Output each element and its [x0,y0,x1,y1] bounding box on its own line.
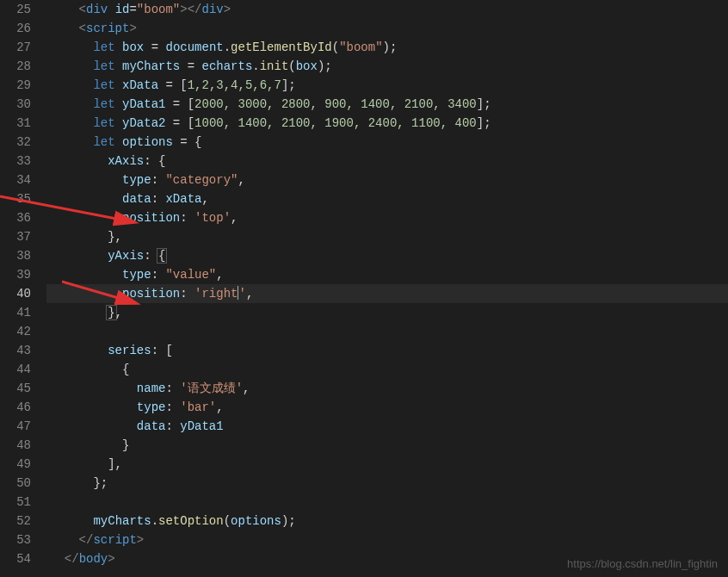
line-number: 25 [0,0,31,19]
line-number: 44 [0,360,31,379]
line-number: 51 [0,493,31,512]
code-line[interactable]: position: 'top', [46,208,728,227]
line-number: 31 [0,114,31,133]
code-line[interactable]: position: 'right', [46,284,728,303]
line-number: 48 [0,436,31,455]
code-line[interactable]: let yData1 = [2000, 3000, 2800, 900, 140… [46,95,728,114]
code-line[interactable]: let yData2 = [1000, 1400, 2100, 1900, 24… [46,114,728,133]
line-number: 53 [0,530,31,549]
line-number: 37 [0,227,31,246]
code-line[interactable]: </script> [46,530,728,549]
code-line[interactable]: series: [ [46,341,728,360]
line-number: 54 [0,549,31,568]
code-line[interactable]: name: '语文成绩', [46,379,728,398]
line-number: 39 [0,265,31,284]
line-number-gutter: 25 26 27 28 29 30 31 32 33 34 35 36 37 3… [0,0,46,577]
line-number: 35 [0,189,31,208]
code-editor[interactable]: 25 26 27 28 29 30 31 32 33 34 35 36 37 3… [0,0,728,577]
code-line[interactable]: }, [46,227,728,246]
line-number: 42 [0,322,31,341]
line-number: 52 [0,512,31,530]
line-number: 47 [0,417,31,436]
code-line[interactable]: let box = document.getElementById("boom"… [46,38,728,57]
code-line[interactable]: let xData = [1,2,3,4,5,6,7]; [46,76,728,95]
code-line[interactable]: let myCharts = echarts.init(box); [46,57,728,76]
watermark-text: https://blog.csdn.net/lin_fightin [567,557,718,570]
code-line[interactable]: type: 'bar', [46,398,728,417]
line-number: 36 [0,208,31,227]
line-number: 45 [0,379,31,398]
code-line[interactable]: data: yData1 [46,417,728,436]
line-number: 29 [0,76,31,95]
code-line[interactable]: xAxis: { [46,152,728,171]
code-content[interactable]: <div id="boom"></div> <script> let box =… [46,0,728,577]
line-number: 43 [0,341,31,360]
line-number: 40 [0,284,31,303]
code-line[interactable]: myCharts.setOption(options); [46,512,728,530]
line-number: 32 [0,133,31,152]
line-number: 38 [0,246,31,265]
code-line[interactable]: type: "category", [46,171,728,189]
code-line[interactable]: ], [46,455,728,474]
code-line[interactable]: data: xData, [46,189,728,208]
code-line[interactable]: <script> [46,19,728,38]
line-number: 27 [0,38,31,57]
line-number: 33 [0,152,31,171]
code-line[interactable] [46,493,728,512]
line-number: 30 [0,95,31,114]
code-line[interactable]: }, [46,303,728,322]
code-line[interactable]: <div id="boom"></div> [46,0,728,19]
line-number: 41 [0,303,31,322]
line-number: 50 [0,474,31,493]
code-line[interactable]: } [46,436,728,455]
code-line[interactable]: let options = { [46,133,728,152]
code-line[interactable] [46,322,728,341]
line-number: 28 [0,57,31,76]
code-line[interactable]: { [46,360,728,379]
line-number: 26 [0,19,31,38]
line-number: 49 [0,455,31,474]
line-number: 46 [0,398,31,417]
code-line[interactable]: }; [46,474,728,493]
code-line[interactable]: type: "value", [46,265,728,284]
line-number: 34 [0,171,31,189]
code-line[interactable]: yAxis: { [46,246,728,265]
